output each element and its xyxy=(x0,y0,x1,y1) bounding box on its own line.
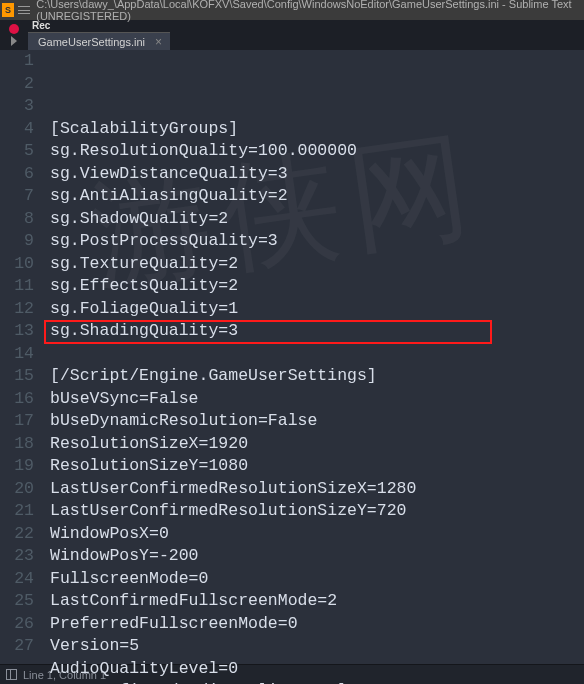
line-number: 11 xyxy=(0,275,34,298)
window-title: C:\Users\dawy_\AppData\Local\KOFXV\Saved… xyxy=(36,0,584,22)
line-number: 5 xyxy=(0,140,34,163)
code-text: sg.TextureQuality=2 xyxy=(50,254,238,273)
code-line[interactable]: Version=5 xyxy=(44,635,584,658)
line-number-gutter: 1234567891011121314151617181920212223242… xyxy=(0,50,44,664)
code-line[interactable]: sg.ShadowQuality=2 xyxy=(44,208,584,231)
line-number: 10 xyxy=(0,253,34,276)
code-text: sg.ResolutionQuality=100.000000 xyxy=(50,141,357,160)
code-line[interactable]: LastConfirmedAudioQualityLevel=0 xyxy=(44,680,584,684)
code-line[interactable]: bUseVSync=False xyxy=(44,388,584,411)
line-number: 19 xyxy=(0,455,34,478)
code-text: sg.AntiAliasingQuality=2 xyxy=(50,186,288,205)
editor-area[interactable]: 游侠网 123456789101112131415161718192021222… xyxy=(0,50,584,664)
line-number: 1 xyxy=(0,50,34,73)
sidebar-toggle[interactable] xyxy=(0,20,28,50)
line-number: 13 xyxy=(0,320,34,343)
tab-label: GameUserSettings.ini xyxy=(38,36,145,48)
code-text: sg.ShadingQuality=3 xyxy=(50,321,238,340)
code-text: LastConfirmedFullscreenMode=2 xyxy=(50,591,337,610)
code-text: sg.PostProcessQuality=3 xyxy=(50,231,278,250)
line-number: 6 xyxy=(0,163,34,186)
line-number: 25 xyxy=(0,590,34,613)
line-number: 23 xyxy=(0,545,34,568)
code-line[interactable]: WindowPosX=0 xyxy=(44,523,584,546)
code-line[interactable]: sg.FoliageQuality=1 xyxy=(44,298,584,321)
panel-icon[interactable] xyxy=(6,669,17,680)
code-text: sg.ShadowQuality=2 xyxy=(50,209,228,228)
line-number: 21 xyxy=(0,500,34,523)
code-text: sg.FoliageQuality=1 xyxy=(50,299,238,318)
line-number: 26 xyxy=(0,613,34,636)
code-text: Version=5 xyxy=(50,636,139,655)
code-text: sg.EffectsQuality=2 xyxy=(50,276,238,295)
code-line[interactable]: AudioQualityLevel=0 xyxy=(44,658,584,681)
code-text: [ScalabilityGroups] xyxy=(50,119,238,138)
code-line[interactable]: ResolutionSizeY=1080 xyxy=(44,455,584,478)
code-line[interactable]: sg.TextureQuality=2 xyxy=(44,253,584,276)
code-text: WindowPosY=-200 xyxy=(50,546,199,565)
code-text: ResolutionSizeY=1080 xyxy=(50,456,248,475)
line-number: 12 xyxy=(0,298,34,321)
code-text: bUseVSync=False xyxy=(50,389,199,408)
line-number: 24 xyxy=(0,568,34,591)
code-text: PreferredFullscreenMode=0 xyxy=(50,614,298,633)
code-text: ResolutionSizeX=1920 xyxy=(50,434,248,453)
code-line[interactable]: sg.ViewDistanceQuality=3 xyxy=(44,163,584,186)
code-content[interactable]: [ScalabilityGroups]sg.ResolutionQuality=… xyxy=(44,50,584,664)
window-titlebar: S C:\Users\dawy_\AppData\Local\KOFXV\Sav… xyxy=(0,0,584,20)
line-number: 4 xyxy=(0,118,34,141)
line-number: 22 xyxy=(0,523,34,546)
rec-label: Rec xyxy=(28,20,170,32)
code-line[interactable]: sg.ShadingQuality=3 xyxy=(44,320,584,343)
code-line[interactable] xyxy=(44,343,584,366)
code-line[interactable]: sg.ResolutionQuality=100.000000 xyxy=(44,140,584,163)
line-number: 7 xyxy=(0,185,34,208)
line-number: 8 xyxy=(0,208,34,231)
code-text: [/Script/Engine.GameUserSettings] xyxy=(50,366,377,385)
record-dot-icon xyxy=(9,24,19,34)
code-text: LastUserConfirmedResolutionSizeY=720 xyxy=(50,501,406,520)
tab-bar: Rec GameUserSettings.ini × xyxy=(0,20,584,50)
code-text: WindowPosX=0 xyxy=(50,524,169,543)
code-line[interactable]: WindowPosY=-200 xyxy=(44,545,584,568)
hamburger-icon[interactable] xyxy=(18,3,30,17)
code-line[interactable]: sg.AntiAliasingQuality=2 xyxy=(44,185,584,208)
line-number: 16 xyxy=(0,388,34,411)
code-text: sg.ViewDistanceQuality=3 xyxy=(50,164,288,183)
app-icon: S xyxy=(2,3,14,17)
line-number: 2 xyxy=(0,73,34,96)
code-line[interactable]: LastUserConfirmedResolutionSizeX=1280 xyxy=(44,478,584,501)
code-line[interactable]: sg.PostProcessQuality=3 xyxy=(44,230,584,253)
code-line[interactable]: sg.EffectsQuality=2 xyxy=(44,275,584,298)
line-number: 15 xyxy=(0,365,34,388)
code-line[interactable]: [/Script/Engine.GameUserSettings] xyxy=(44,365,584,388)
line-number: 3 xyxy=(0,95,34,118)
line-number: 14 xyxy=(0,343,34,366)
code-text: AudioQualityLevel=0 xyxy=(50,659,238,678)
file-tab[interactable]: GameUserSettings.ini × xyxy=(28,32,170,50)
code-line[interactable]: PreferredFullscreenMode=0 xyxy=(44,613,584,636)
code-line[interactable]: [ScalabilityGroups] xyxy=(44,118,584,141)
code-line[interactable]: FullscreenMode=0 xyxy=(44,568,584,591)
code-line[interactable]: ResolutionSizeX=1920 xyxy=(44,433,584,456)
sidebar-arrow-icon xyxy=(11,36,17,46)
close-icon[interactable]: × xyxy=(155,35,162,49)
line-number: 27 xyxy=(0,635,34,658)
code-text: bUseDynamicResolution=False xyxy=(50,411,317,430)
code-text: FullscreenMode=0 xyxy=(50,569,208,588)
code-line[interactable]: bUseDynamicResolution=False xyxy=(44,410,584,433)
code-text: LastUserConfirmedResolutionSizeX=1280 xyxy=(50,479,416,498)
line-number: 18 xyxy=(0,433,34,456)
line-number: 17 xyxy=(0,410,34,433)
code-line[interactable]: LastConfirmedFullscreenMode=2 xyxy=(44,590,584,613)
code-line[interactable]: LastUserConfirmedResolutionSizeY=720 xyxy=(44,500,584,523)
line-number: 20 xyxy=(0,478,34,501)
line-number: 9 xyxy=(0,230,34,253)
